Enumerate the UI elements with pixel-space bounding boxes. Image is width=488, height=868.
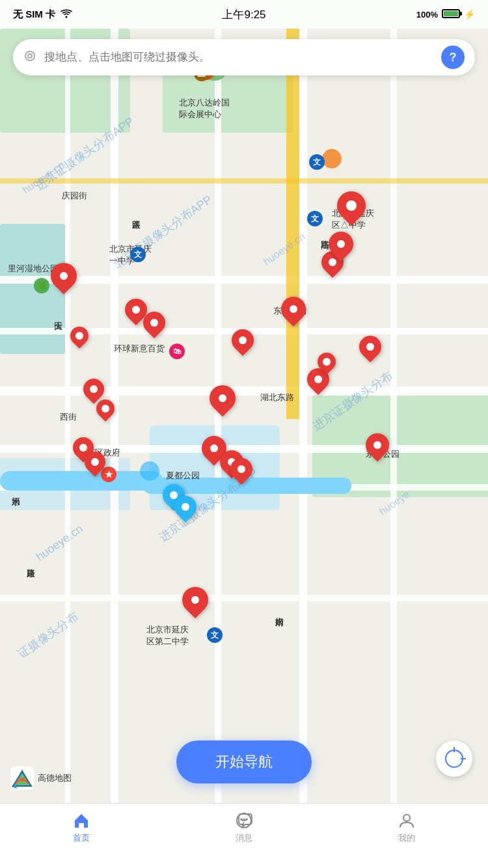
- map-pin-18[interactable]: [318, 353, 336, 371]
- map-pin-5[interactable]: [83, 379, 104, 400]
- location-button[interactable]: [436, 740, 472, 777]
- search-bar: ?: [13, 39, 475, 75]
- map-label-hubei: 湖北东路: [260, 392, 294, 403]
- map-pin-16[interactable]: [337, 191, 366, 220]
- metro-icon-1: 文: [307, 211, 323, 226]
- tab-profile-label: 我的: [398, 832, 415, 844]
- map-pin-8[interactable]: [85, 452, 105, 472]
- map-pin-1[interactable]: [51, 263, 77, 289]
- svg-rect-20: [0, 178, 488, 183]
- charging-icon: ⚡: [464, 9, 475, 20]
- tab-message-label: 消息: [236, 832, 252, 844]
- crosshair-icon: [445, 750, 463, 768]
- map-label-xiadu: 夏都公园: [166, 470, 200, 481]
- svg-rect-16: [299, 29, 307, 803]
- wifi-icon: [61, 9, 72, 20]
- map-pin-24[interactable]: [230, 458, 252, 480]
- status-bar: 无 SIM 卡 上午9:25 100% ⚡: [0, 0, 488, 29]
- metro-icon-2: 文: [130, 247, 146, 262]
- search-help-button[interactable]: ?: [441, 46, 465, 69]
- map-pin-3[interactable]: [143, 312, 165, 334]
- map-pin-19[interactable]: [359, 336, 381, 358]
- tab-bar: 首页 消息 我的: [0, 803, 488, 868]
- svg-rect-13: [0, 595, 488, 601]
- map-label-erzh: 北京市延庆区第二中学: [146, 624, 189, 647]
- school-icon-2: 文: [207, 627, 223, 643]
- status-left: 无 SIM 卡: [13, 8, 72, 21]
- svg-rect-17: [390, 29, 397, 803]
- search-input[interactable]: [44, 51, 433, 64]
- status-time: 上午9:25: [222, 7, 265, 22]
- metro-icon-3: 文: [309, 154, 325, 170]
- tab-home-label: 首页: [73, 832, 90, 844]
- park-icon: 🌿: [34, 278, 49, 293]
- svg-rect-10: [0, 387, 488, 396]
- map-label-qingyuan: 庆园街: [62, 190, 87, 202]
- tab-message[interactable]: 消息: [163, 811, 325, 844]
- svg-point-26: [25, 51, 34, 61]
- svg-point-35: [243, 819, 245, 821]
- map-label-exhibition: 北京八达岭国际会展中心: [179, 97, 230, 120]
- map-container[interactable]: 进京证摄像头分布APP 北京证摄像头分布APP huoeye.cn huoeye…: [0, 29, 488, 803]
- battery-icon: [442, 9, 460, 20]
- amap-logo: 高德地图: [10, 766, 72, 790]
- map-pin-22[interactable]: [174, 496, 197, 518]
- home-icon: [72, 811, 90, 830]
- map-pin-9[interactable]: [210, 385, 236, 411]
- svg-point-0: [66, 16, 68, 18]
- map-pin-23[interactable]: [182, 587, 208, 613]
- navigation-button[interactable]: 开始导航: [176, 740, 312, 783]
- map-pin-15[interactable]: [329, 232, 353, 256]
- search-location-icon: [23, 49, 36, 65]
- message-icon: [235, 811, 253, 830]
- map-pin-12[interactable]: [232, 329, 254, 351]
- carrier-text: 无 SIM 卡: [13, 8, 55, 21]
- svg-point-25: [140, 461, 159, 481]
- tab-profile[interactable]: 我的: [325, 811, 488, 844]
- svg-rect-19: [286, 29, 299, 419]
- svg-point-37: [403, 815, 410, 821]
- map-label-xijie: 西街: [60, 411, 77, 423]
- svg-rect-21: [0, 471, 163, 491]
- map-label-huanqiu: 环球新意百货: [114, 343, 165, 355]
- svg-point-36: [246, 819, 248, 821]
- profile-icon: [398, 811, 416, 830]
- svg-point-34: [241, 819, 243, 821]
- tab-home[interactable]: 首页: [0, 811, 163, 844]
- svg-point-27: [28, 54, 32, 58]
- map-pin-6[interactable]: [96, 400, 115, 418]
- svg-rect-15: [215, 29, 221, 803]
- map-pin-4[interactable]: [70, 327, 88, 345]
- svg-point-31: [20, 778, 24, 781]
- status-right: 100% ⚡: [416, 9, 475, 20]
- battery-percent: 100%: [416, 10, 438, 20]
- svg-point-24: [322, 149, 342, 169]
- amap-text: 高德地图: [38, 772, 72, 784]
- map-pin-20[interactable]: [366, 433, 389, 457]
- shop-icon: 🛍: [169, 344, 185, 359]
- map-pin-13[interactable]: [281, 297, 306, 321]
